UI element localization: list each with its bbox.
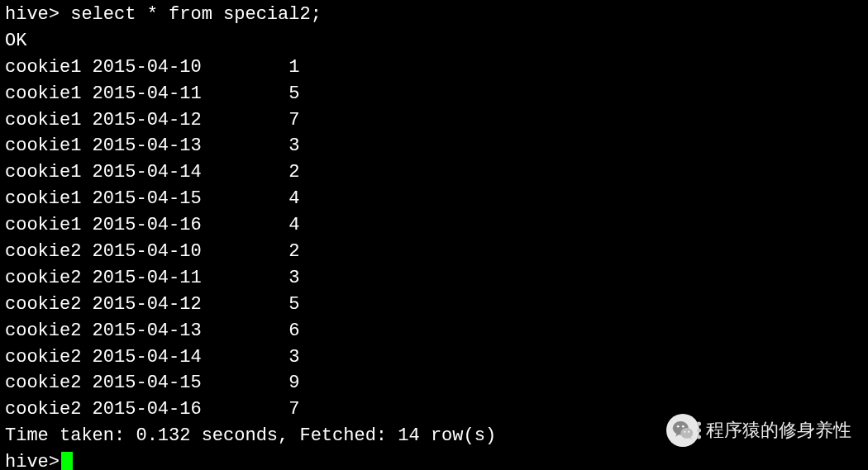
prompt: hive>	[5, 449, 60, 470]
table-row: cookie1 2015-04-10 1	[5, 55, 863, 81]
svg-point-4	[684, 431, 685, 433]
table-row: cookie2 2015-04-11 3	[5, 265, 863, 292]
table-row: cookie2 2015-04-15 9	[5, 370, 863, 396]
table-row: cookie2 2015-04-10 2	[5, 239, 863, 265]
svg-point-3	[680, 428, 693, 439]
table-row: cookie1 2015-04-11 5	[5, 81, 863, 107]
result-rows: cookie1 2015-04-10 1cookie1 2015-04-11 5…	[5, 55, 863, 423]
svg-point-5	[688, 431, 689, 433]
table-row: cookie2 2015-04-12 5	[5, 292, 863, 318]
wechat-icon	[666, 414, 699, 447]
table-row: cookie1 2015-04-16 4	[5, 212, 863, 239]
table-row: cookie1 2015-04-15 4	[5, 186, 863, 212]
prompt: hive>	[5, 4, 60, 25]
watermark-text: 程序猿的修身养性	[706, 417, 851, 444]
ok-line: OK	[5, 28, 863, 55]
table-row: cookie2 2015-04-13 6	[5, 318, 863, 344]
table-row: cookie1 2015-04-14 2	[5, 159, 863, 186]
svg-point-1	[677, 425, 680, 428]
table-row: cookie2 2015-04-14 3	[5, 344, 863, 371]
table-row: cookie1 2015-04-12 7	[5, 107, 863, 134]
table-row: cookie1 2015-04-13 3	[5, 133, 863, 159]
terminal-output[interactable]: hive> select * from special2; OK cookie1…	[5, 2, 863, 470]
query-text: select * from special2;	[70, 4, 322, 25]
watermark: 程序猿的修身养性	[666, 414, 851, 447]
query-line: hive> select * from special2;	[5, 2, 863, 28]
svg-point-2	[682, 425, 684, 428]
cursor	[61, 452, 73, 470]
prompt-line[interactable]: hive>	[5, 449, 863, 470]
